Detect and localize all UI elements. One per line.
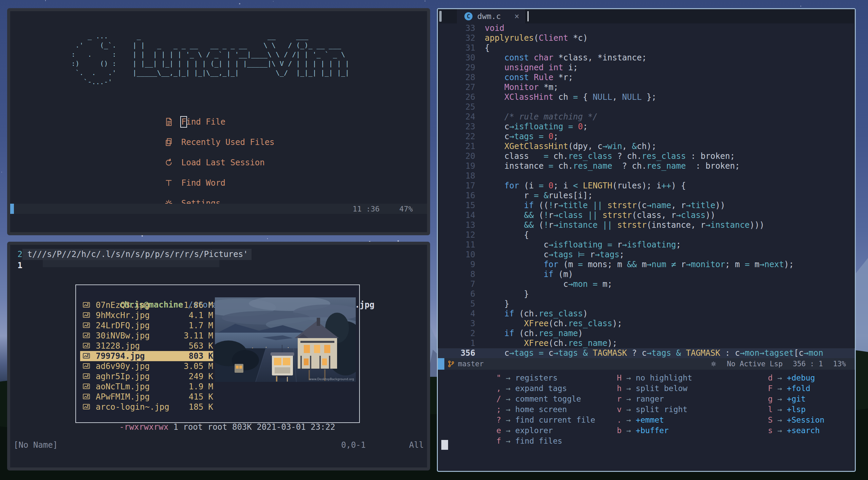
whichkey-binding-ranger[interactable]: r→ranger <box>609 393 692 404</box>
code-line-15[interactable]: 15 if ((!r→title || strstr(c→name, r→tit… <box>438 201 855 210</box>
code-area[interactable]: 33void32applyrules(Client *c)31{30 const… <box>438 23 855 358</box>
line-number: 4 <box>438 309 475 319</box>
binding-label: +lsp <box>787 405 806 414</box>
image-file-icon <box>83 363 92 370</box>
file-row-24LrDFQ.jpg[interactable]: 24LrDFQ.jpg1.7 M <box>80 320 213 331</box>
code-line-26[interactable]: 26 XClassHint ch = { NULL, NULL }; <box>438 92 855 102</box>
binding-label: ranger <box>636 394 664 403</box>
code-line-8[interactable]: 8 if (m) <box>438 270 855 279</box>
file-name: 31228.jpg <box>96 341 189 351</box>
code-line-6[interactable]: 6 } <box>438 289 855 299</box>
code-line-28[interactable]: 28 const Rule *r; <box>438 73 855 82</box>
code-line-22[interactable]: 22 c→tags = 0; <box>438 132 855 142</box>
code-line-5[interactable]: 5 } <box>438 299 855 309</box>
menu-item-find-word[interactable]: Find Word <box>164 173 275 193</box>
binding-label: +emmet <box>636 416 664 424</box>
whichkey-binding-no-highlight[interactable]: H→no highlight <box>609 372 692 383</box>
whichkey-binding-split-below[interactable]: h→split below <box>609 383 692 393</box>
line-number: 6 <box>438 289 475 299</box>
line-number: 2 <box>10 249 22 260</box>
code-line-21[interactable]: 21 XGetClassHint(dpy, c→win, &ch); <box>438 142 855 151</box>
tab-dwm-c[interactable]: C dwm.c × <box>457 9 526 23</box>
code-text: if (m) <box>475 270 573 279</box>
code-line-7[interactable]: 7 c→mon = m; <box>438 279 855 289</box>
code-line-25[interactable]: 25 <box>438 102 855 112</box>
line-number: 25 <box>438 102 475 112</box>
menu-item-load-last-session[interactable]: Load Last Session <box>164 152 275 173</box>
code-line-2[interactable]: 2 if (ch.res_name) <box>438 329 855 338</box>
code-line-1[interactable]: 1 XFree(ch.res_name); <box>438 338 855 348</box>
code-line-20[interactable]: 20 class = ch.res_class ? ch.res_class :… <box>438 151 855 161</box>
file-row-arco-login~.jpg[interactable]: arco-login~.jpg185 K <box>80 402 213 412</box>
line-number: 31 <box>438 43 475 53</box>
whichkey-binding-+session[interactable]: S→+Session <box>760 414 825 425</box>
whichkey-binding-registers[interactable]: "→registers <box>489 372 595 383</box>
file-row-799794.jpg[interactable]: 799794.jpg803 K <box>80 351 213 361</box>
code-line-32[interactable]: 32applyrules(Client *c) <box>438 33 855 43</box>
whichkey-binding-+debug[interactable]: d→+debug <box>760 372 825 383</box>
file-row-APwFMIM.jpg[interactable]: APwFMIM.jpg415 K <box>80 392 213 402</box>
code-line-33[interactable]: 33void <box>438 23 855 33</box>
buffer-line-1[interactable]: 1 <box>10 260 427 271</box>
vim-statusline: [No Name] 0,0-1 All <box>10 440 427 450</box>
command-line-cursor <box>441 440 448 450</box>
close-icon[interactable]: × <box>514 12 519 21</box>
file-row-aghr5Ip.jpg[interactable]: aghr5Ip.jpg249 K <box>80 371 213 382</box>
whichkey-binding-explorer[interactable]: e→explorer <box>489 425 595 436</box>
code-text: c→isfloating = 0; <box>475 122 588 132</box>
code-line-29[interactable]: 29 unsigned int i; <box>438 63 855 73</box>
code-line-17[interactable]: 17 for (i = 0; i < LENGTH(rules); i++) { <box>438 181 855 191</box>
file-row-30iNVBw.jpg[interactable]: 30iNVBw.jpg3.11 M <box>80 331 213 341</box>
code-line-24[interactable]: 24 /* rule matching */ <box>438 112 855 122</box>
line-number: 2 <box>438 329 475 338</box>
code-text: c→tags ⊨ r→tags; <box>475 250 624 260</box>
code-line-13[interactable]: 13 && (!r→instance || strstr(instance, r… <box>438 220 855 230</box>
code-line-19[interactable]: 19 instance = ch.res_name ? ch.res_name … <box>438 161 855 171</box>
file-size: 803 K <box>189 351 213 361</box>
code-text: unsigned int i; <box>475 63 578 73</box>
image-preview: www.DesktopBackground.org <box>215 297 356 382</box>
code-line-27[interactable]: 27 Monitor *m; <box>438 82 855 92</box>
code-text: && (!r→instance || strstr(instance, r→in… <box>475 220 764 230</box>
whichkey-binding-split-right[interactable]: v→split right <box>609 404 692 414</box>
whichkey-binding-+lsp[interactable]: l→+lsp <box>760 404 825 414</box>
binding-label: +buffer <box>636 426 669 435</box>
code-line-23[interactable]: 23 c→isfloating = 0; <box>438 122 855 132</box>
code-line-3[interactable]: 3 XFree(ch.res_class); <box>438 319 855 329</box>
buffer-line-2[interactable]: 2 t///s/P//2/h/c/.l/s/n/s/p/p/s/r/r/s/Pi… <box>10 249 427 260</box>
whichkey-binding-+buffer[interactable]: b→+buffer <box>609 425 692 436</box>
code-line-356[interactable]: 356 c→tags = c→tags & TAGMASK ? c→tags &… <box>438 348 855 358</box>
code-line-10[interactable]: 10 c→tags ⊨ r→tags; <box>438 250 855 260</box>
code-text <box>475 171 485 181</box>
whichkey-binding-find-files[interactable]: f→find files <box>489 436 595 446</box>
menu-item-find-file[interactable]: Find File <box>164 112 275 132</box>
editor-statusline: master No Active Lsp 356 : 1 13% <box>438 358 855 370</box>
file-row-ad6v90y.jpg[interactable]: ad6v90y.jpg3.05 M <box>80 361 213 371</box>
git-branch-icon <box>448 360 455 368</box>
whichkey-binding-+fold[interactable]: F→+fold <box>760 383 825 393</box>
arrow-icon: → <box>777 394 782 403</box>
code-line-9[interactable]: 9 for (m = mons; m && m→num ≠ r→monitor;… <box>438 260 855 270</box>
whichkey-binding-home-screen[interactable]: ;→home screen <box>489 404 595 414</box>
menu-item-recently-used-files[interactable]: Recently Used Files <box>164 132 275 152</box>
code-line-16[interactable]: 16 r = &rules[i]; <box>438 191 855 201</box>
code-line-4[interactable]: 4 if (ch.res_class) <box>438 309 855 319</box>
whichkey-binding-comment-toggle[interactable]: /→comment toggle <box>489 393 595 404</box>
code-line-30[interactable]: 30 const char *class, *instance; <box>438 53 855 63</box>
buffer-name: [No Name] <box>14 440 58 450</box>
code-line-31[interactable]: 31{ <box>438 43 855 53</box>
file-name: aghr5Ip.jpg <box>96 372 189 381</box>
whichkey-binding-+search[interactable]: s→+search <box>760 425 825 436</box>
code-line-14[interactable]: 14 && (!r→class || strstr(class, r→class… <box>438 210 855 220</box>
whichkey-binding-+emmet[interactable]: .→+emmet <box>609 414 692 425</box>
code-line-11[interactable]: 11 c→isfloating = r→isfloating; <box>438 240 855 250</box>
file-row-31228.jpg[interactable]: 31228.jpg563 K <box>80 341 213 351</box>
file-row-9hMxcHr.jpg[interactable]: 9hMxcHr.jpg4.1 M <box>80 310 213 320</box>
file-row-07nEzQ3.jpg[interactable]: 07nEzQ3.jpg1.86 M <box>80 300 213 310</box>
code-line-18[interactable]: 18 <box>438 171 855 181</box>
file-row-aoNcTLm.jpg[interactable]: aoNcTLm.jpg1.9 M <box>80 382 213 392</box>
whichkey-binding-expand-tags[interactable]: ,→expand tags <box>489 383 595 393</box>
whichkey-binding-+git[interactable]: g→+git <box>760 393 825 404</box>
whichkey-binding-find-current-file[interactable]: ?→find current file <box>489 414 595 425</box>
code-line-12[interactable]: 12 { <box>438 230 855 240</box>
